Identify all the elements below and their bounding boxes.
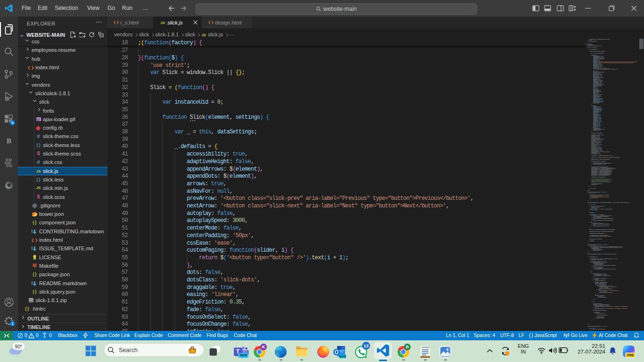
svg-text:90°: 90° bbox=[15, 344, 23, 349]
svg-text:NEW: NEW bbox=[339, 354, 346, 358]
